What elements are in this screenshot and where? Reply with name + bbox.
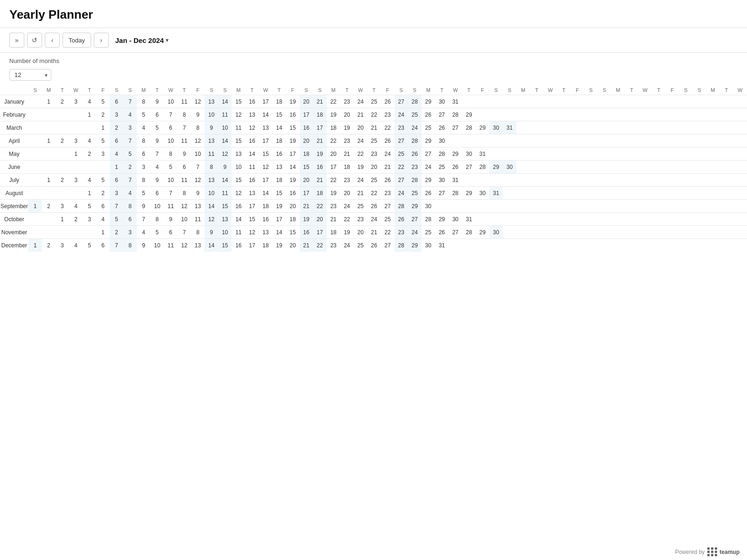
- day-cell[interactable]: 28: [449, 187, 462, 200]
- day-cell[interactable]: 22: [381, 226, 395, 239]
- day-cell[interactable]: 24: [381, 147, 395, 161]
- day-cell[interactable]: 1: [69, 147, 83, 161]
- today-button[interactable]: Today: [63, 33, 91, 48]
- day-cell[interactable]: 26: [408, 147, 422, 161]
- day-cell[interactable]: 15: [232, 95, 245, 108]
- day-cell[interactable]: 20: [286, 239, 299, 252]
- day-cell[interactable]: 13: [232, 147, 245, 161]
- day-cell[interactable]: 18: [340, 161, 354, 174]
- day-cell[interactable]: 14: [286, 161, 299, 174]
- day-cell[interactable]: 18: [259, 200, 272, 213]
- day-cell[interactable]: 15: [218, 239, 232, 252]
- day-cell[interactable]: 4: [96, 213, 110, 226]
- day-cell[interactable]: 29: [422, 95, 435, 108]
- day-cell[interactable]: 13: [245, 108, 259, 121]
- day-cell[interactable]: 25: [422, 226, 435, 239]
- day-cell[interactable]: 6: [150, 187, 164, 200]
- day-cell[interactable]: 11: [177, 134, 191, 147]
- day-cell[interactable]: 2: [56, 95, 69, 108]
- day-cell[interactable]: 27: [422, 147, 435, 161]
- day-cell[interactable]: 14: [245, 147, 259, 161]
- day-cell[interactable]: 20: [340, 187, 354, 200]
- day-cell[interactable]: 15: [272, 187, 286, 200]
- day-cell[interactable]: 27: [449, 226, 462, 239]
- day-cell[interactable]: 2: [96, 108, 110, 121]
- day-cell[interactable]: 3: [110, 187, 123, 200]
- day-cell[interactable]: 31: [449, 95, 462, 108]
- day-cell[interactable]: 17: [286, 147, 299, 161]
- day-cell[interactable]: 19: [313, 147, 327, 161]
- day-cell[interactable]: 11: [232, 226, 245, 239]
- day-cell[interactable]: 28: [462, 121, 476, 134]
- day-cell[interactable]: 1: [42, 95, 56, 108]
- day-cell[interactable]: 27: [395, 95, 408, 108]
- day-cell[interactable]: 7: [164, 108, 177, 121]
- day-cell[interactable]: 28: [476, 161, 489, 174]
- day-cell[interactable]: 6: [110, 174, 123, 187]
- day-cell[interactable]: 23: [340, 174, 354, 187]
- day-cell[interactable]: 16: [232, 200, 245, 213]
- day-cell[interactable]: 2: [96, 187, 110, 200]
- day-cell[interactable]: 21: [381, 161, 395, 174]
- day-cell[interactable]: 29: [489, 161, 503, 174]
- day-cell[interactable]: 17: [313, 121, 327, 134]
- day-cell[interactable]: 1: [96, 121, 110, 134]
- day-cell[interactable]: 1: [28, 239, 42, 252]
- day-cell[interactable]: 19: [327, 108, 340, 121]
- day-cell[interactable]: 22: [367, 187, 381, 200]
- day-cell[interactable]: 22: [313, 239, 327, 252]
- day-cell[interactable]: 12: [177, 239, 191, 252]
- day-cell[interactable]: 11: [218, 187, 232, 200]
- day-cell[interactable]: 21: [367, 226, 381, 239]
- day-cell[interactable]: 7: [150, 147, 164, 161]
- day-cell[interactable]: 16: [300, 121, 313, 134]
- day-cell[interactable]: 28: [395, 239, 408, 252]
- day-cell[interactable]: 16: [286, 187, 299, 200]
- day-cell[interactable]: 20: [286, 200, 299, 213]
- day-cell[interactable]: 25: [422, 121, 435, 134]
- day-cell[interactable]: 30: [435, 174, 449, 187]
- day-cell[interactable]: 3: [96, 147, 110, 161]
- day-cell[interactable]: 2: [69, 213, 83, 226]
- day-cell[interactable]: 26: [395, 213, 408, 226]
- day-cell[interactable]: 28: [462, 226, 476, 239]
- day-cell[interactable]: 23: [408, 161, 422, 174]
- day-cell[interactable]: 27: [381, 239, 395, 252]
- day-cell[interactable]: 24: [395, 108, 408, 121]
- day-cell[interactable]: 10: [177, 213, 191, 226]
- day-cell[interactable]: 17: [327, 161, 340, 174]
- months-select[interactable]: 123456789101112: [9, 69, 51, 81]
- day-cell[interactable]: 23: [395, 121, 408, 134]
- day-cell[interactable]: 8: [150, 213, 164, 226]
- day-cell[interactable]: 11: [232, 121, 245, 134]
- day-cell[interactable]: 4: [137, 226, 150, 239]
- day-cell[interactable]: 4: [69, 239, 83, 252]
- day-cell[interactable]: 16: [300, 226, 313, 239]
- day-cell[interactable]: 1: [56, 213, 69, 226]
- day-cell[interactable]: 24: [367, 213, 381, 226]
- day-cell[interactable]: 17: [245, 239, 259, 252]
- day-cell[interactable]: 28: [408, 174, 422, 187]
- day-cell[interactable]: 17: [245, 200, 259, 213]
- day-cell[interactable]: 15: [259, 147, 272, 161]
- day-cell[interactable]: 30: [503, 161, 516, 174]
- day-cell[interactable]: 19: [286, 174, 299, 187]
- day-cell[interactable]: 15: [286, 121, 299, 134]
- day-cell[interactable]: 16: [272, 147, 286, 161]
- day-cell[interactable]: 10: [164, 95, 177, 108]
- day-cell[interactable]: 21: [300, 200, 313, 213]
- day-cell[interactable]: 9: [150, 174, 164, 187]
- day-cell[interactable]: 17: [259, 174, 272, 187]
- day-cell[interactable]: 20: [313, 213, 327, 226]
- day-cell[interactable]: 3: [69, 174, 83, 187]
- day-cell[interactable]: 19: [340, 121, 354, 134]
- day-cell[interactable]: 10: [150, 200, 164, 213]
- day-cell[interactable]: 15: [232, 134, 245, 147]
- day-cell[interactable]: 17: [300, 108, 313, 121]
- day-cell[interactable]: 10: [164, 134, 177, 147]
- day-cell[interactable]: 18: [259, 239, 272, 252]
- day-cell[interactable]: 1: [110, 161, 123, 174]
- day-cell[interactable]: 9: [137, 200, 150, 213]
- day-cell[interactable]: 12: [191, 174, 204, 187]
- day-cell[interactable]: 9: [164, 213, 177, 226]
